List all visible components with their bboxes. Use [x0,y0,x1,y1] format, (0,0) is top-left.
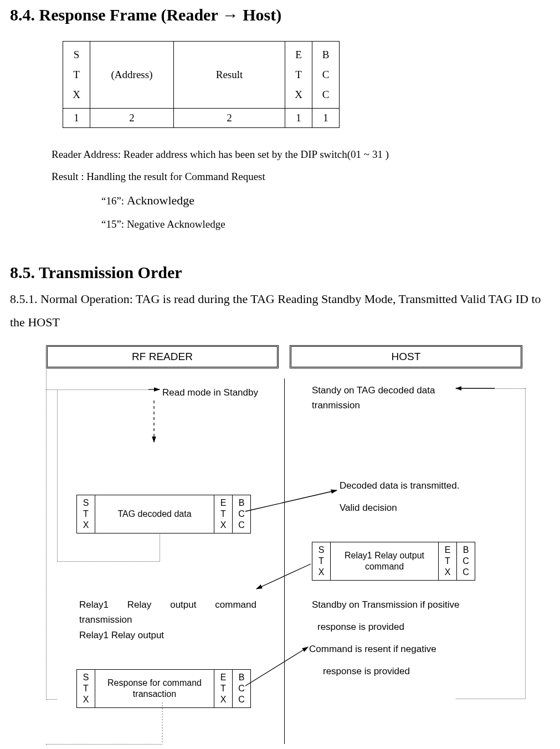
desc-result-15: “15”: Negative Acknowledge [101,213,550,235]
dash-reader-top [46,389,148,390]
cell-stx-text: STX [73,49,80,100]
mini3-bcc: BCC [233,669,251,707]
dash-reader-left-vert [57,389,58,561]
width-etx: 1 [285,109,312,128]
cell-etx-text: ETX [295,49,302,100]
diagram-header-reader: RF READER [46,345,279,368]
section-8-5-title: 8.5. Transmission Order [10,263,550,282]
dash-reader-bottom [46,744,162,745]
cell-stx: STX [63,42,90,109]
svg-line-3 [245,490,337,511]
mini2-bcc: BCC [457,542,475,580]
label-decoded-2: Valid decision [340,500,397,515]
diagram-divider [284,378,285,744]
dash-host-top [495,388,525,389]
width-result: 2 [174,109,285,128]
section-8-5-1-subhead: 8.5.1. Normal Operation: TAG is read dur… [10,288,550,334]
desc-reader-address: Reader Address: Reader address which has… [52,143,550,166]
mini-frame-relay-cmd: STX Relay1 Relay output command ETX BCC [312,542,475,581]
mini1-etx: ETX [214,495,233,533]
label-read-mode: Read mode in Standby [162,385,258,400]
cell-bcc: BCC [312,42,340,109]
svg-line-5 [245,647,308,686]
label-host-resp-3: Command is resent if negative [309,642,486,656]
mini-frame-response: STX Response for command transaction ETX… [76,669,251,708]
cell-etx: ETX [285,42,312,109]
mini3-mid: Response for command transaction [95,669,214,707]
desc-result-16-prefix: “16”: [101,195,127,207]
label-host-resp-1: Standby on Transmission if positive [312,597,459,612]
response-frame-table-wrap: STX (Address) Result ETX BCC 1 2 2 1 1 [63,41,550,128]
section-8-4-title: 8.4. Response Frame (Reader → Host) [10,6,550,24]
mini2-stx: STX [312,542,331,580]
label-relay-left-1: Relay1 Relay output command transmission [79,597,256,627]
label-host-resp-4: response is provided [323,664,410,679]
dash-host-bottom [456,699,525,699]
width-stx: 1 [63,109,90,128]
desc-result-16: “16”: Acknowledge [101,188,550,213]
dash-reader-return [46,345,57,700]
response-frame-table: STX (Address) Result ETX BCC 1 2 2 1 1 [63,41,340,128]
label-relay-left-2: Relay1 Relay output [79,628,164,643]
mini2-etx: ETX [439,542,457,580]
mini3-stx: STX [77,669,95,707]
transmission-order-diagram: RF READER HOST Read mode in Standby Stan… [46,345,544,749]
dash-reader-mini1-left [57,561,160,562]
diagram-header-host: HOST [290,345,522,368]
width-address: 2 [90,109,174,128]
svg-line-4 [256,564,311,589]
mini3-etx: ETX [214,669,233,707]
cell-bcc-text: BCC [322,49,330,100]
mini1-bcc: BCC [233,495,251,533]
mini1-stx: STX [77,495,95,533]
mini-frame-tag-decoded: STX TAG decoded data ETX BCC [76,495,251,533]
cell-result: Result [174,42,285,109]
label-host-resp-2: response is provided [317,619,404,634]
width-bcc: 1 [312,109,340,128]
label-decoded-1: Decoded data is transmitted. [340,478,459,493]
desc-result: Result : Handling the result for Command… [52,166,550,188]
mini2-mid: Relay1 Relay output command [331,542,439,580]
label-host-standby: Standy on TAG decoded data tranmission [312,383,450,413]
mini1-mid: TAG decoded data [95,495,214,533]
cell-address: (Address) [90,42,174,109]
dash-host-vert [525,388,526,699]
section-8-4-description: Reader Address: Reader address which has… [52,143,550,235]
desc-result-16-word: Acknowledge [127,193,194,207]
